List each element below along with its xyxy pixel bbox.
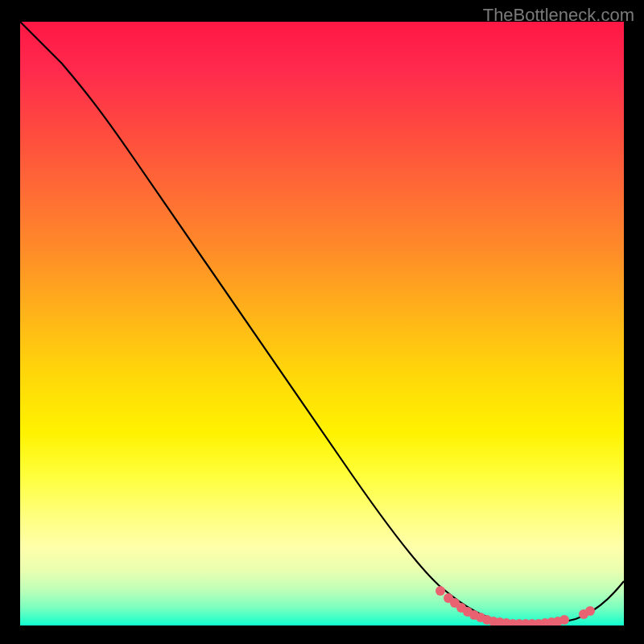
chart-container: TheBottleneck.com (0, 0, 644, 644)
marker-dot (436, 586, 445, 596)
curve-svg (20, 22, 624, 625)
bottleneck-curve-path (20, 22, 624, 625)
marker-dot (559, 615, 569, 625)
plot-area (20, 22, 624, 625)
marker-dot (585, 606, 595, 616)
watermark-text: TheBottleneck.com (483, 5, 634, 26)
